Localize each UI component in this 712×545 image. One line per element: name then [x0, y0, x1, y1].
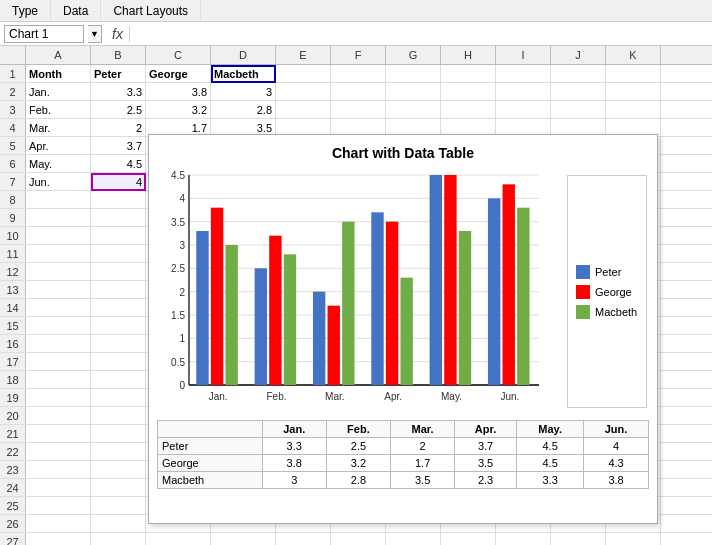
cell[interactable]	[91, 335, 146, 353]
cell[interactable]	[91, 299, 146, 317]
cell[interactable]	[26, 209, 91, 227]
cell[interactable]	[441, 83, 496, 101]
cell[interactable]	[331, 101, 386, 119]
cell[interactable]: Month	[26, 65, 91, 83]
cell[interactable]: 3.8	[146, 83, 211, 101]
cell[interactable]	[26, 461, 91, 479]
cell[interactable]: 3.3	[91, 83, 146, 101]
col-header-d[interactable]: D	[211, 46, 276, 64]
cell[interactable]	[91, 353, 146, 371]
cell[interactable]	[91, 209, 146, 227]
cell[interactable]: Mar.	[26, 119, 91, 137]
cell[interactable]	[91, 245, 146, 263]
cell[interactable]	[496, 533, 551, 545]
cell[interactable]	[91, 479, 146, 497]
cell[interactable]: 3.7	[91, 137, 146, 155]
cell[interactable]	[91, 497, 146, 515]
cell[interactable]	[91, 389, 146, 407]
cell[interactable]: Peter	[91, 65, 146, 83]
cell[interactable]	[26, 245, 91, 263]
cell[interactable]	[496, 65, 551, 83]
cell[interactable]	[331, 533, 386, 545]
cell[interactable]	[331, 83, 386, 101]
col-header-a[interactable]: A	[26, 46, 91, 64]
cell[interactable]: 2.8	[211, 101, 276, 119]
col-header-k[interactable]: K	[606, 46, 661, 64]
col-header-b[interactable]: B	[91, 46, 146, 64]
cell[interactable]	[26, 443, 91, 461]
menu-chart-layouts[interactable]: Chart Layouts	[101, 0, 201, 21]
cell[interactable]	[26, 515, 91, 533]
cell[interactable]	[26, 497, 91, 515]
cell[interactable]: 4.5	[91, 155, 146, 173]
cell[interactable]	[276, 83, 331, 101]
cell[interactable]	[606, 101, 661, 119]
cell[interactable]	[91, 263, 146, 281]
cell[interactable]	[91, 317, 146, 335]
cell[interactable]	[606, 533, 661, 545]
name-box-dropdown[interactable]: ▼	[88, 25, 102, 43]
cell[interactable]	[441, 101, 496, 119]
cell[interactable]: Feb.	[26, 101, 91, 119]
cell[interactable]	[91, 227, 146, 245]
cell[interactable]	[26, 335, 91, 353]
cell[interactable]	[91, 533, 146, 545]
cell[interactable]	[386, 65, 441, 83]
chart-container[interactable]: Chart with Data Table 00.511.522.533.544…	[148, 134, 658, 524]
cell[interactable]	[276, 533, 331, 545]
cell[interactable]	[91, 461, 146, 479]
menu-data[interactable]: Data	[51, 0, 101, 21]
col-header-c[interactable]: C	[146, 46, 211, 64]
cell[interactable]	[26, 281, 91, 299]
cell[interactable]: Apr.	[26, 137, 91, 155]
cell[interactable]	[386, 83, 441, 101]
cell[interactable]	[441, 533, 496, 545]
cell[interactable]	[91, 425, 146, 443]
cell[interactable]: 2.5	[91, 101, 146, 119]
cell[interactable]	[26, 353, 91, 371]
cell[interactable]: 2	[91, 119, 146, 137]
cell[interactable]	[26, 425, 91, 443]
cell[interactable]	[26, 371, 91, 389]
cell[interactable]	[91, 443, 146, 461]
cell[interactable]: Macbeth	[211, 65, 276, 83]
cell[interactable]: Jun.	[26, 173, 91, 191]
cell[interactable]	[91, 281, 146, 299]
col-header-e[interactable]: E	[276, 46, 331, 64]
name-box[interactable]: Chart 1	[4, 25, 84, 43]
col-header-g[interactable]: G	[386, 46, 441, 64]
cell[interactable]	[496, 101, 551, 119]
cell[interactable]	[146, 533, 211, 545]
cell[interactable]	[26, 317, 91, 335]
cell[interactable]	[551, 65, 606, 83]
cell[interactable]: George	[146, 65, 211, 83]
cell[interactable]	[276, 65, 331, 83]
col-header-i[interactable]: I	[496, 46, 551, 64]
cell[interactable]	[551, 533, 606, 545]
cell[interactable]	[606, 65, 661, 83]
cell[interactable]	[331, 65, 386, 83]
cell[interactable]	[91, 191, 146, 209]
formula-input[interactable]	[134, 27, 708, 41]
menu-type[interactable]: Type	[0, 0, 51, 21]
cell[interactable]: Jan.	[26, 83, 91, 101]
col-header-f[interactable]: F	[331, 46, 386, 64]
cell[interactable]	[26, 191, 91, 209]
cell[interactable]	[91, 515, 146, 533]
cell[interactable]	[91, 407, 146, 425]
cell[interactable]: 4	[91, 173, 146, 191]
cell[interactable]	[606, 83, 661, 101]
cell[interactable]	[386, 101, 441, 119]
cell[interactable]	[26, 227, 91, 245]
cell[interactable]	[26, 407, 91, 425]
cell[interactable]	[26, 479, 91, 497]
cell[interactable]	[26, 389, 91, 407]
cell[interactable]	[276, 101, 331, 119]
cell[interactable]	[91, 371, 146, 389]
cell[interactable]	[441, 65, 496, 83]
col-header-h[interactable]: H	[441, 46, 496, 64]
cell[interactable]	[496, 83, 551, 101]
cell[interactable]: 3	[211, 83, 276, 101]
cell[interactable]	[551, 83, 606, 101]
cell[interactable]	[26, 263, 91, 281]
